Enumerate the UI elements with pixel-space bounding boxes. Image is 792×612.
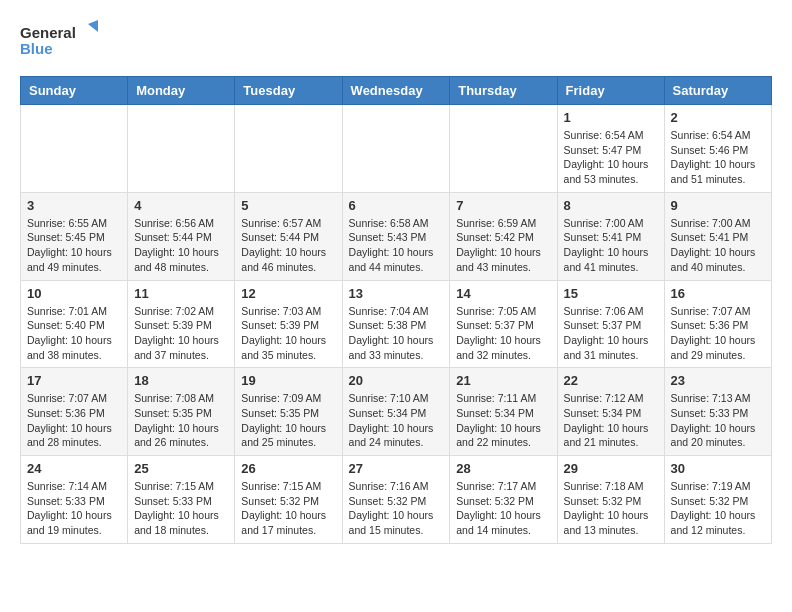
weekday-header: Friday [557,77,664,105]
calendar-cell: 20Sunrise: 7:10 AM Sunset: 5:34 PM Dayli… [342,368,450,456]
day-info: Sunrise: 6:59 AM Sunset: 5:42 PM Dayligh… [456,216,550,275]
day-info: Sunrise: 7:17 AM Sunset: 5:32 PM Dayligh… [456,479,550,538]
day-info: Sunrise: 7:11 AM Sunset: 5:34 PM Dayligh… [456,391,550,450]
day-info: Sunrise: 6:55 AM Sunset: 5:45 PM Dayligh… [27,216,121,275]
calendar-cell: 16Sunrise: 7:07 AM Sunset: 5:36 PM Dayli… [664,280,771,368]
day-number: 25 [134,461,228,476]
day-number: 6 [349,198,444,213]
calendar-cell: 10Sunrise: 7:01 AM Sunset: 5:40 PM Dayli… [21,280,128,368]
day-number: 26 [241,461,335,476]
calendar-cell: 14Sunrise: 7:05 AM Sunset: 5:37 PM Dayli… [450,280,557,368]
day-number: 27 [349,461,444,476]
calendar-cell: 3Sunrise: 6:55 AM Sunset: 5:45 PM Daylig… [21,192,128,280]
day-number: 7 [456,198,550,213]
svg-text:Blue: Blue [20,40,53,57]
day-info: Sunrise: 7:05 AM Sunset: 5:37 PM Dayligh… [456,304,550,363]
calendar-cell: 7Sunrise: 6:59 AM Sunset: 5:42 PM Daylig… [450,192,557,280]
weekday-header: Wednesday [342,77,450,105]
day-number: 15 [564,286,658,301]
calendar-cell: 22Sunrise: 7:12 AM Sunset: 5:34 PM Dayli… [557,368,664,456]
day-info: Sunrise: 7:08 AM Sunset: 5:35 PM Dayligh… [134,391,228,450]
calendar-cell: 6Sunrise: 6:58 AM Sunset: 5:43 PM Daylig… [342,192,450,280]
day-info: Sunrise: 6:56 AM Sunset: 5:44 PM Dayligh… [134,216,228,275]
day-info: Sunrise: 6:57 AM Sunset: 5:44 PM Dayligh… [241,216,335,275]
calendar-cell: 18Sunrise: 7:08 AM Sunset: 5:35 PM Dayli… [128,368,235,456]
calendar-cell: 19Sunrise: 7:09 AM Sunset: 5:35 PM Dayli… [235,368,342,456]
day-number: 4 [134,198,228,213]
day-info: Sunrise: 7:09 AM Sunset: 5:35 PM Dayligh… [241,391,335,450]
calendar-cell: 21Sunrise: 7:11 AM Sunset: 5:34 PM Dayli… [450,368,557,456]
calendar-cell: 1Sunrise: 6:54 AM Sunset: 5:47 PM Daylig… [557,105,664,193]
day-info: Sunrise: 7:18 AM Sunset: 5:32 PM Dayligh… [564,479,658,538]
day-info: Sunrise: 7:13 AM Sunset: 5:33 PM Dayligh… [671,391,765,450]
calendar-cell: 9Sunrise: 7:00 AM Sunset: 5:41 PM Daylig… [664,192,771,280]
calendar-cell: 23Sunrise: 7:13 AM Sunset: 5:33 PM Dayli… [664,368,771,456]
day-info: Sunrise: 7:03 AM Sunset: 5:39 PM Dayligh… [241,304,335,363]
day-number: 13 [349,286,444,301]
calendar-cell [128,105,235,193]
calendar-cell: 15Sunrise: 7:06 AM Sunset: 5:37 PM Dayli… [557,280,664,368]
day-info: Sunrise: 7:07 AM Sunset: 5:36 PM Dayligh… [27,391,121,450]
day-number: 8 [564,198,658,213]
weekday-header: Tuesday [235,77,342,105]
page-header: GeneralBlue [20,20,772,60]
day-info: Sunrise: 7:07 AM Sunset: 5:36 PM Dayligh… [671,304,765,363]
day-number: 18 [134,373,228,388]
day-info: Sunrise: 7:16 AM Sunset: 5:32 PM Dayligh… [349,479,444,538]
day-number: 19 [241,373,335,388]
calendar-cell: 17Sunrise: 7:07 AM Sunset: 5:36 PM Dayli… [21,368,128,456]
calendar-cell: 13Sunrise: 7:04 AM Sunset: 5:38 PM Dayli… [342,280,450,368]
day-number: 1 [564,110,658,125]
day-info: Sunrise: 6:54 AM Sunset: 5:46 PM Dayligh… [671,128,765,187]
day-number: 21 [456,373,550,388]
weekday-header: Sunday [21,77,128,105]
svg-marker-2 [88,20,98,32]
day-number: 14 [456,286,550,301]
calendar-cell: 4Sunrise: 6:56 AM Sunset: 5:44 PM Daylig… [128,192,235,280]
day-number: 2 [671,110,765,125]
calendar-cell [235,105,342,193]
day-number: 22 [564,373,658,388]
calendar-cell: 8Sunrise: 7:00 AM Sunset: 5:41 PM Daylig… [557,192,664,280]
day-number: 20 [349,373,444,388]
calendar-cell: 27Sunrise: 7:16 AM Sunset: 5:32 PM Dayli… [342,456,450,544]
calendar-table: SundayMondayTuesdayWednesdayThursdayFrid… [20,76,772,544]
calendar-cell [450,105,557,193]
day-info: Sunrise: 7:00 AM Sunset: 5:41 PM Dayligh… [564,216,658,275]
day-number: 23 [671,373,765,388]
day-info: Sunrise: 7:00 AM Sunset: 5:41 PM Dayligh… [671,216,765,275]
day-info: Sunrise: 7:15 AM Sunset: 5:33 PM Dayligh… [134,479,228,538]
calendar-cell: 5Sunrise: 6:57 AM Sunset: 5:44 PM Daylig… [235,192,342,280]
day-info: Sunrise: 6:54 AM Sunset: 5:47 PM Dayligh… [564,128,658,187]
day-number: 28 [456,461,550,476]
day-number: 24 [27,461,121,476]
day-info: Sunrise: 7:04 AM Sunset: 5:38 PM Dayligh… [349,304,444,363]
day-info: Sunrise: 7:06 AM Sunset: 5:37 PM Dayligh… [564,304,658,363]
day-number: 12 [241,286,335,301]
calendar-cell: 24Sunrise: 7:14 AM Sunset: 5:33 PM Dayli… [21,456,128,544]
day-info: Sunrise: 7:02 AM Sunset: 5:39 PM Dayligh… [134,304,228,363]
calendar-cell: 30Sunrise: 7:19 AM Sunset: 5:32 PM Dayli… [664,456,771,544]
weekday-header: Monday [128,77,235,105]
day-number: 29 [564,461,658,476]
day-info: Sunrise: 7:15 AM Sunset: 5:32 PM Dayligh… [241,479,335,538]
day-number: 11 [134,286,228,301]
day-number: 3 [27,198,121,213]
calendar-cell: 26Sunrise: 7:15 AM Sunset: 5:32 PM Dayli… [235,456,342,544]
day-number: 10 [27,286,121,301]
calendar-cell: 25Sunrise: 7:15 AM Sunset: 5:33 PM Dayli… [128,456,235,544]
day-number: 16 [671,286,765,301]
day-info: Sunrise: 7:19 AM Sunset: 5:32 PM Dayligh… [671,479,765,538]
day-info: Sunrise: 7:01 AM Sunset: 5:40 PM Dayligh… [27,304,121,363]
day-info: Sunrise: 7:10 AM Sunset: 5:34 PM Dayligh… [349,391,444,450]
calendar-cell [342,105,450,193]
calendar-cell: 11Sunrise: 7:02 AM Sunset: 5:39 PM Dayli… [128,280,235,368]
logo-icon: GeneralBlue [20,20,100,60]
day-number: 17 [27,373,121,388]
weekday-header: Saturday [664,77,771,105]
day-number: 5 [241,198,335,213]
calendar-cell: 29Sunrise: 7:18 AM Sunset: 5:32 PM Dayli… [557,456,664,544]
day-info: Sunrise: 7:14 AM Sunset: 5:33 PM Dayligh… [27,479,121,538]
logo: GeneralBlue [20,20,100,60]
svg-text:General: General [20,24,76,41]
